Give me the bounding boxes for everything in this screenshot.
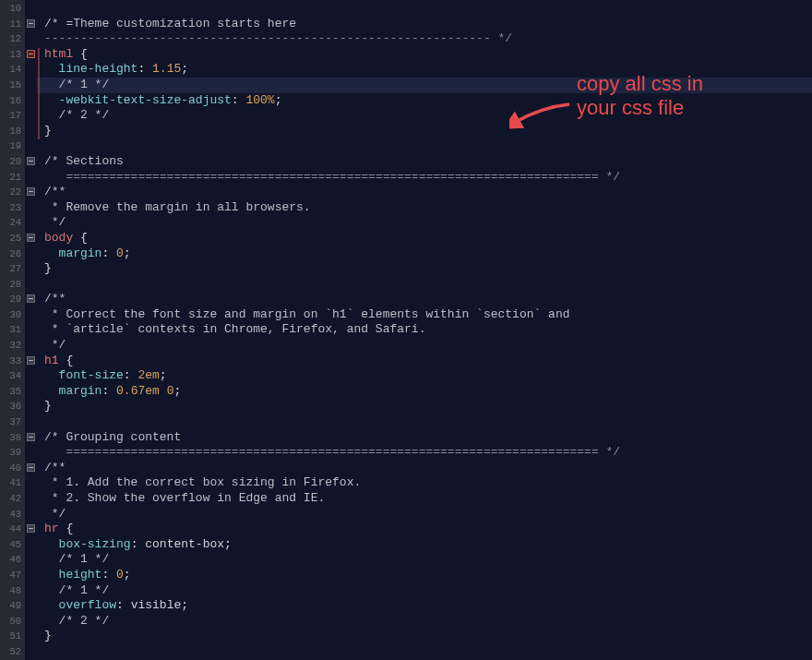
token-comment: * Correct the font size and margin on `h… <box>44 307 570 321</box>
code-area[interactable]: /* =Theme customization starts here-----… <box>37 0 812 660</box>
code-line[interactable]: box-sizing: content-box; <box>37 537 812 553</box>
code-line[interactable]: } <box>37 124 812 139</box>
token-brace: } <box>44 261 52 275</box>
token-comment: * Remove the margin in all browsers. <box>44 200 311 214</box>
code-line[interactable] <box>37 414 812 430</box>
code-line[interactable]: /* 1 */ <box>37 583 812 599</box>
token-prop: height <box>59 568 102 582</box>
token-comment: */ <box>44 215 66 229</box>
token-punct: ; <box>124 568 131 582</box>
line-number: 52 <box>0 644 21 660</box>
code-line[interactable]: /* Grouping content <box>37 430 812 446</box>
fold-toggle-icon[interactable] <box>27 356 35 365</box>
code-line[interactable]: /* 1 */ <box>37 552 812 568</box>
token-comment: /* 1 */ <box>59 552 110 566</box>
code-line[interactable]: * `article` contexts in Chrome, Firefox,… <box>37 322 812 338</box>
line-number: 47 <box>0 568 21 583</box>
code-line[interactable]: } <box>37 629 812 644</box>
line-number: 30 <box>0 307 21 323</box>
line-number: 31 <box>0 322 21 338</box>
token-brace: } <box>44 124 52 138</box>
line-number: 27 <box>0 261 21 277</box>
code-line[interactable] <box>37 1 812 17</box>
line-number: 41 <box>0 475 21 491</box>
code-line[interactable]: h1 { <box>37 354 812 369</box>
code-line[interactable]: * 1. Add the correct box sizing in Firef… <box>37 475 812 491</box>
token-prop: overflow <box>59 598 116 612</box>
fold-toggle-icon[interactable] <box>27 187 35 196</box>
token-punct: : <box>124 368 138 382</box>
fold-toggle-icon[interactable] <box>27 19 35 28</box>
token-comment: /** <box>44 185 66 198</box>
code-line[interactable]: /* 1 */ <box>37 78 812 93</box>
token-ident: content-box <box>145 537 224 551</box>
token-pad <box>44 108 59 122</box>
token-comment: /* 2 */ <box>59 108 110 122</box>
code-line[interactable]: } <box>37 399 812 414</box>
code-line[interactable] <box>37 644 812 660</box>
fold-toggle-icon[interactable] <box>27 294 35 303</box>
line-number: 51 <box>0 629 21 644</box>
line-number: 14 <box>0 62 21 78</box>
code-line[interactable]: margin: 0; <box>37 246 812 262</box>
token-pad <box>44 598 59 612</box>
code-line[interactable]: body { <box>37 231 812 246</box>
code-line[interactable]: height: 0; <box>37 568 812 583</box>
line-number: 28 <box>0 277 21 293</box>
code-line[interactable]: * Remove the margin in all browsers. <box>37 200 812 216</box>
token-comment: /* =Theme customization starts here <box>44 17 296 30</box>
code-line[interactable]: */ <box>37 338 812 354</box>
code-line[interactable]: */ <box>37 215 812 231</box>
code-line[interactable]: /* 2 */ <box>37 108 812 124</box>
code-line[interactable]: overflow: visible; <box>37 598 812 614</box>
line-number: 32 <box>0 338 21 354</box>
token-pad <box>44 552 59 566</box>
fold-toggle-icon[interactable] <box>27 524 35 533</box>
token-pad <box>44 384 59 398</box>
code-line[interactable]: * 2. Show the overflow in Edge and IE. <box>37 491 812 507</box>
line-number: 38 <box>0 430 21 446</box>
line-number: 25 <box>0 231 21 246</box>
token-pad <box>44 246 59 260</box>
code-line[interactable]: /* 2 */ <box>37 614 812 630</box>
code-line[interactable]: /** <box>37 292 812 307</box>
code-line[interactable]: margin: 0.67em 0; <box>37 384 812 400</box>
fold-toggle-icon[interactable] <box>27 234 35 242</box>
code-line[interactable]: hr { <box>37 522 812 537</box>
code-line[interactable]: -webkit-text-size-adjust: 100%; <box>37 93 812 109</box>
token-ident: visible <box>131 598 182 612</box>
token-punct: ; <box>181 62 188 76</box>
code-line[interactable]: ========================================… <box>37 170 812 186</box>
code-line[interactable]: /* =Theme customization starts here <box>37 17 812 32</box>
code-line[interactable]: ----------------------------------------… <box>37 31 812 47</box>
code-line[interactable]: /** <box>37 185 812 200</box>
code-line[interactable]: * Correct the font size and margin on `h… <box>37 307 812 323</box>
token-pad <box>44 583 59 597</box>
token-punct: : <box>137 62 152 76</box>
line-number: 50 <box>0 614 21 630</box>
code-line[interactable]: /* Sections <box>37 154 812 170</box>
line-number: 43 <box>0 507 21 522</box>
code-line[interactable]: line-height: 1.15; <box>37 62 812 78</box>
token-comment: * 1. Add the correct box sizing in Firef… <box>44 475 361 489</box>
code-line[interactable] <box>37 277 812 293</box>
fold-toggle-icon[interactable] <box>27 50 35 58</box>
code-line[interactable] <box>37 138 812 154</box>
code-line[interactable]: } <box>37 261 812 277</box>
token-prop: -webkit-text-size-adjust <box>59 93 232 107</box>
code-line[interactable]: html { <box>37 47 812 63</box>
token-selector: html <box>44 47 73 61</box>
fold-column <box>25 0 37 660</box>
code-line[interactable]: font-size: 2em; <box>37 368 812 384</box>
code-line[interactable]: /** <box>37 461 812 476</box>
token-pad <box>44 614 59 628</box>
code-line[interactable]: */ <box>37 507 812 522</box>
token-comment: */ <box>44 507 66 521</box>
line-number: 40 <box>0 461 21 476</box>
token-brace: } <box>44 629 52 642</box>
fold-toggle-icon[interactable] <box>27 433 35 441</box>
code-line[interactable]: ========================================… <box>37 445 812 461</box>
code-editor[interactable]: 1011121314151617181920212223242526272829… <box>0 0 812 660</box>
fold-toggle-icon[interactable] <box>27 463 35 472</box>
fold-toggle-icon[interactable] <box>27 157 35 165</box>
